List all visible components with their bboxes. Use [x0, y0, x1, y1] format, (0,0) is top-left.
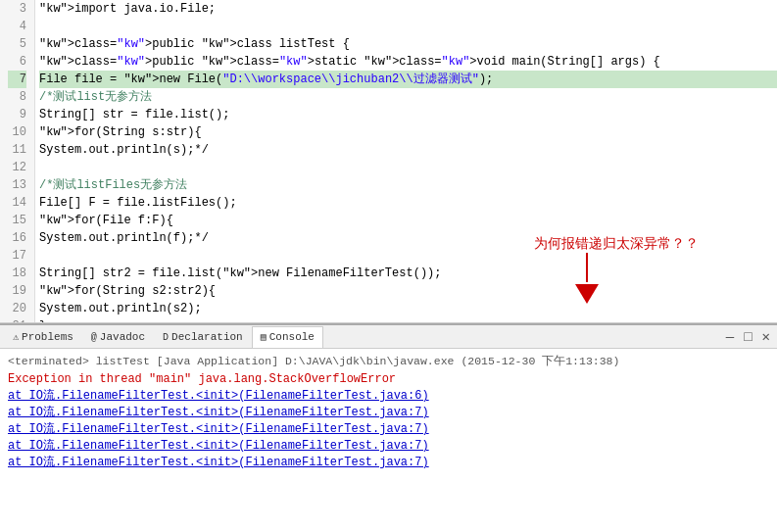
- code-line: File[] F = file.listFiles();: [39, 194, 777, 212]
- console-tab-icon: ▤: [261, 331, 267, 343]
- line-number: 5: [8, 35, 26, 53]
- line-number: 13: [8, 176, 26, 194]
- tab-console[interactable]: ▤Console: [252, 326, 323, 348]
- console-line: at IO流.FilenameFilterTest.<init>(Filenam…: [8, 405, 769, 421]
- line-number: 14: [8, 194, 26, 212]
- code-line: File file = "kw">new File("D:\\workspace…: [39, 71, 777, 88]
- annotation-text: 为何报错递归太深异常？？: [534, 235, 699, 253]
- console-tab-label: Console: [269, 331, 315, 343]
- javadoc-tab-icon: @: [91, 332, 97, 343]
- line-number: 6: [8, 53, 26, 71]
- line-number: 21: [8, 317, 26, 322]
- horizontal-scrollbar[interactable]: [0, 322, 777, 323]
- line-number: 18: [8, 265, 26, 282]
- declaration-tab-label: Declaration: [171, 331, 243, 343]
- arrow-line: [586, 253, 588, 282]
- line-number: 7: [8, 71, 26, 88]
- bottom-panel: ⚠Problems@JavadocDDeclaration▤Console — …: [0, 323, 777, 532]
- console-line: at IO流.FilenameFilterTest.<init>(Filenam…: [8, 438, 769, 455]
- code-line: [39, 159, 777, 176]
- line-number: 8: [8, 88, 26, 106]
- annotation-area: 为何报错递归太深异常？？: [534, 235, 699, 304]
- line-numbers: 3456789101112131415161718192021: [0, 0, 35, 322]
- line-number: 10: [8, 123, 26, 141]
- problems-tab-label: Problems: [22, 331, 73, 343]
- tab-javadoc[interactable]: @Javadoc: [82, 326, 154, 348]
- code-line: String[] str = file.list();: [39, 106, 777, 123]
- code-line: "kw">import java.io.File;: [39, 0, 777, 18]
- code-line: /*测试list无参方法: [39, 88, 777, 106]
- close-button[interactable]: ✕: [759, 330, 773, 344]
- code-line: "kw">class="kw">public "kw">class listTe…: [39, 35, 777, 53]
- code-line: "kw">for(String s:str){: [39, 123, 777, 141]
- line-number: 20: [8, 300, 26, 317]
- code-line: /*测试listFiles无参方法: [39, 176, 777, 194]
- line-number: 12: [8, 159, 26, 176]
- tab-declaration[interactable]: DDeclaration: [154, 326, 252, 348]
- console-line: at IO流.FilenameFilterTest.<init>(Filenam…: [8, 421, 769, 438]
- console-area[interactable]: <terminated> listTest [Java Application]…: [0, 349, 777, 532]
- tab-bar-right: — □ ✕: [723, 330, 773, 344]
- console-line: Exception in thread "main" java.lang.Sta…: [8, 371, 769, 388]
- line-number: 11: [8, 141, 26, 159]
- code-editor-area: 3456789101112131415161718192021 "kw">imp…: [0, 0, 777, 323]
- tab-bar: ⚠Problems@JavadocDDeclaration▤Console — …: [0, 325, 777, 349]
- console-line: at IO流.FilenameFilterTest.<init>(Filenam…: [8, 455, 769, 471]
- line-number: 9: [8, 106, 26, 123]
- line-number: 17: [8, 247, 26, 265]
- tab-problems[interactable]: ⚠Problems: [4, 326, 82, 348]
- minimize-button[interactable]: —: [723, 330, 737, 344]
- code-line: [39, 18, 777, 35]
- line-number: 16: [8, 229, 26, 247]
- code-line: System.out.println(s);*/: [39, 141, 777, 159]
- maximize-button[interactable]: □: [741, 330, 754, 344]
- line-number: 3: [8, 0, 26, 18]
- console-line: at IO流.FilenameFilterTest.<init>(Filenam…: [8, 388, 769, 405]
- line-number: 19: [8, 282, 26, 300]
- javadoc-tab-label: Javadoc: [100, 331, 145, 343]
- line-number: 15: [8, 212, 26, 229]
- arrow-down-icon: [575, 284, 599, 304]
- line-number: 4: [8, 18, 26, 35]
- code-line: "kw">for(File f:F){: [39, 212, 777, 229]
- problems-tab-icon: ⚠: [13, 331, 19, 343]
- terminated-line: <terminated> listTest [Java Application]…: [8, 353, 769, 369]
- code-line: "kw">class="kw">public "kw">class="kw">s…: [39, 53, 777, 71]
- code-line: }: [39, 317, 777, 322]
- declaration-tab-icon: D: [163, 332, 169, 343]
